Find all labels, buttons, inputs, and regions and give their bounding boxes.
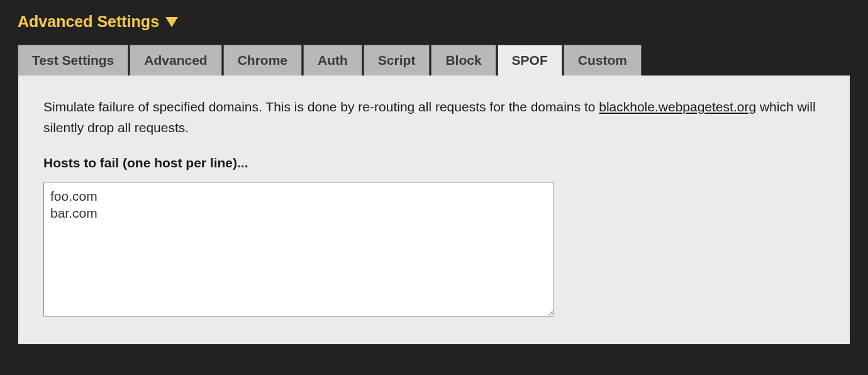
- tab-block[interactable]: Block: [431, 45, 496, 76]
- tab-test-settings[interactable]: Test Settings: [18, 45, 128, 76]
- tab-chrome[interactable]: Chrome: [223, 45, 302, 76]
- chevron-down-icon: [165, 17, 178, 27]
- tab-custom[interactable]: Custom: [564, 45, 642, 76]
- header-title: Advanced Settings: [18, 13, 159, 31]
- spof-description: Simulate failure of specified domains. T…: [43, 97, 825, 138]
- description-text-before: Simulate failure of specified domains. T…: [43, 99, 599, 114]
- tab-advanced[interactable]: Advanced: [130, 45, 221, 76]
- advanced-settings-toggle[interactable]: Advanced Settings: [18, 13, 850, 31]
- tab-spof[interactable]: SPOF: [498, 45, 562, 76]
- tabs-container: Test Settings Advanced Chrome Auth Scrip…: [18, 45, 850, 76]
- tab-auth[interactable]: Auth: [303, 45, 362, 76]
- hosts-to-fail-textarea[interactable]: [43, 182, 554, 316]
- spof-panel: Simulate failure of specified domains. T…: [18, 76, 850, 345]
- tab-script[interactable]: Script: [364, 45, 430, 76]
- blackhole-link[interactable]: blackhole.webpagetest.org: [599, 99, 756, 114]
- hosts-to-fail-label: Hosts to fail (one host per line)...: [43, 155, 825, 171]
